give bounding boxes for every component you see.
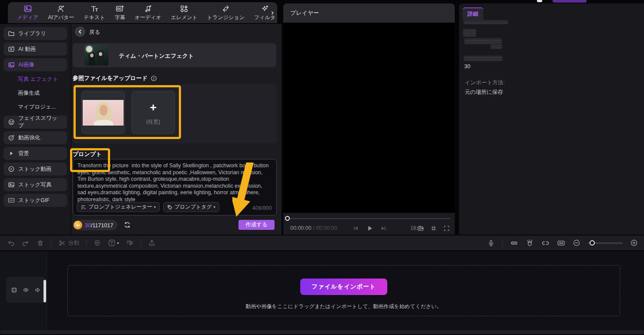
text-icon [90, 4, 99, 13]
credits-used: 30 [85, 222, 91, 229]
magnet-snap-button[interactable] [526, 239, 534, 247]
player-title: プレイヤー [290, 9, 319, 17]
track-panel-splitter[interactable] [44, 280, 46, 302]
redacted-text-block [490, 45, 502, 49]
play-circle-icon [8, 166, 15, 172]
face-swap-icon [8, 119, 15, 126]
tab-elements[interactable]: エレメント [166, 2, 202, 23]
unlink-button[interactable] [541, 239, 550, 247]
timeline-zoom-slider[interactable] [588, 242, 623, 244]
prompt-textarea[interactable]: Transform the picture into the style of … [73, 159, 277, 216]
refresh-icon [124, 221, 131, 229]
zoom-out-button[interactable] [573, 239, 580, 247]
sidebar-item-library[interactable]: ライブラリ [3, 27, 67, 40]
char-count: 408/800 [252, 205, 272, 211]
tab-media[interactable]: メディア [12, 2, 43, 23]
smart-cut-button[interactable] [126, 239, 134, 247]
chevron-down-icon: ▾ [117, 241, 119, 245]
back-button[interactable] [75, 27, 85, 37]
tab-label: 字幕 [114, 14, 125, 21]
link-button[interactable] [510, 239, 518, 247]
sidebar-item-stock-gif[interactable]: GIF ストックGIF [3, 194, 67, 207]
player-viewport[interactable] [283, 23, 455, 213]
reference-photo [83, 100, 124, 126]
fit-timeline-button[interactable] [557, 239, 565, 247]
seek-handle[interactable] [285, 216, 290, 221]
play-button[interactable] [366, 224, 374, 232]
undo-button[interactable] [7, 239, 15, 247]
uploaded-reference-image[interactable] [81, 91, 125, 134]
previous-frame-button[interactable] [352, 225, 359, 232]
tab-label: エレメント [171, 14, 198, 21]
next-frame-button[interactable] [380, 225, 387, 232]
text-tool-icon [108, 239, 116, 247]
tab-text[interactable]: テキスト [79, 2, 110, 23]
zoom-slider-handle[interactable] [590, 240, 595, 245]
player-controls: 00:00:00 / 00:00:00 16:9 ▾ [283, 213, 455, 235]
export-frame-button[interactable] [148, 239, 156, 247]
track-visibility-eye-icon[interactable] [23, 287, 29, 293]
sidebar-item-background[interactable]: 背景 [3, 147, 67, 160]
sidebar-item-label: 動画強化 [18, 134, 40, 142]
zoom-in-button[interactable] [630, 239, 638, 247]
fullscreen-button[interactable] [443, 225, 450, 232]
import-file-button[interactable]: ファイルをインポート [300, 279, 387, 295]
seek-bar[interactable] [288, 218, 450, 219]
redacted-text-block [464, 38, 502, 44]
quick-text-button[interactable]: ▾ [108, 239, 119, 247]
top-tab-bar: メディア AIアバター テキスト 字幕 オーディオ エレメント トランジショ [8, 2, 277, 23]
ai-credits-badge: AI 30/1171017 [73, 220, 117, 230]
add-optional-file-button[interactable]: + (任意) [131, 91, 175, 134]
transition-icon [221, 4, 230, 13]
sidebar-item-label: ストックGIF [18, 197, 50, 204]
chevron-down-icon: ▾ [214, 205, 215, 209]
sidebar-item-stock-video[interactable]: ストック動画 [3, 163, 67, 176]
tab-details[interactable]: 詳細 [463, 7, 483, 20]
effect-title: ティム・バートンエフェクト [119, 52, 194, 60]
redo-button[interactable] [22, 239, 30, 247]
optional-label: (任意) [132, 118, 174, 126]
tab-captions[interactable]: 字幕 [110, 2, 130, 23]
refresh-credits-button[interactable] [124, 221, 131, 229]
info-icon[interactable] [151, 75, 157, 82]
drop-zone-hint: 動画や画像をここにドラッグまたはインポートして、動画作成を始めてください。 [68, 303, 620, 310]
import-method-label: インポート方法: [465, 79, 505, 86]
grid-button[interactable] [430, 225, 437, 232]
create-button[interactable]: 作成する [238, 220, 275, 230]
prompt-text[interactable]: Transform the picture into the style of … [77, 163, 272, 203]
sidebar-subitem-image-generation[interactable]: 画像生成 [3, 88, 67, 99]
sidebar-item-stock-photo[interactable]: ストック写真 [3, 178, 67, 191]
sidebar-subitem-my-projects[interactable]: マイプロジェ... [3, 102, 67, 113]
delete-button[interactable] [37, 239, 44, 247]
tabs-overflow-chevron-icon[interactable]: › [268, 8, 276, 17]
sidebar-item-video-enhance[interactable]: 動画強化 [3, 131, 67, 144]
prompt-generator-button[interactable]: プロンプトジェネレーター ▾ [77, 202, 160, 212]
track-audio-speaker-icon[interactable] [34, 287, 41, 293]
prompt-tag-button[interactable]: プロンプトタグ ▾ [163, 202, 219, 212]
track-media-icon[interactable] [11, 287, 17, 293]
split-button[interactable]: 分割 [58, 239, 79, 247]
triangle-right-icon [8, 150, 15, 157]
toolbar-divider [86, 239, 87, 246]
sidebar-item-label: 画像生成 [18, 90, 40, 97]
sidebar-item-ai-video[interactable]: AI 動画 [3, 43, 67, 56]
media-drop-zone[interactable]: ファイルをインポート 動画や画像をここにドラッグまたはインポートして、動画作成を… [67, 265, 620, 316]
sidebar-item-label: 背景 [18, 150, 29, 157]
scissors-icon [58, 239, 66, 247]
tab-ai-avatar[interactable]: AIアバター [43, 2, 79, 23]
audio-icon [144, 4, 152, 13]
tab-audio[interactable]: オーディオ [130, 2, 166, 23]
sidebar-subitem-photo-effects[interactable]: 写真 エフェクト [3, 74, 67, 85]
shield-badge-button[interactable] [94, 239, 101, 247]
sidebar-item-ai-image[interactable]: AI画像 [3, 58, 67, 71]
timeline-toolbar: 分割 ▾ [0, 235, 644, 250]
horizontal-scrollbar[interactable] [0, 330, 644, 334]
window-edge-accent [553, 0, 587, 3]
back-label[interactable]: 戻る [89, 29, 100, 36]
sidebar-item-face-swap[interactable]: フェイススワップ [3, 116, 67, 129]
voiceover-mic-button[interactable] [487, 239, 495, 247]
snapshot-camera-button[interactable] [417, 225, 424, 232]
thumbnail-moon [86, 46, 92, 52]
effect-card[interactable]: ティム・バートンエフェクト [73, 43, 276, 67]
tab-transitions[interactable]: トランジション [202, 2, 249, 23]
